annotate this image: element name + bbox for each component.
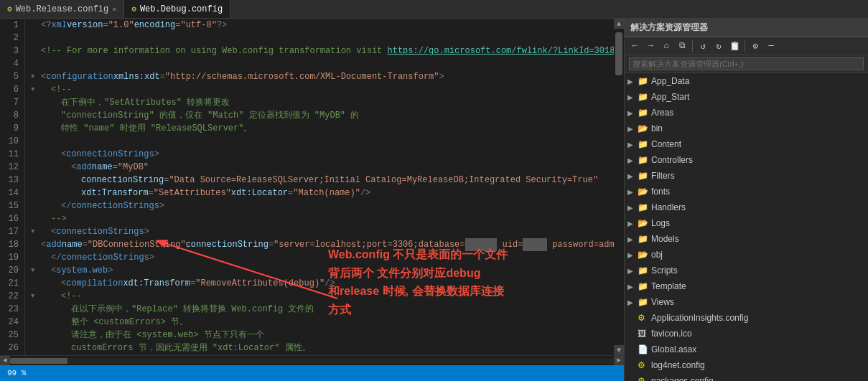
- horizontal-scroll-track[interactable]: [10, 358, 614, 364]
- se-toolbar: ← → ⌂ ⧉ ↺ ↻ 📋 ⚙ —: [625, 37, 868, 55]
- code-line-10: [31, 135, 614, 148]
- tab-release[interactable]: ⚙ Web.Release.config ✕: [0, 0, 124, 18]
- code-line-11: <connectionStrings>: [31, 148, 614, 161]
- solution-explorer: 解决方案资源管理器 ← → ⌂ ⧉ ↺ ↻ 📋 ⚙ — ▶ 📁 App_Data: [624, 19, 868, 381]
- se-item-handlers[interactable]: ▶ 📁 Handlers: [625, 199, 868, 215]
- folder-icon-models: 📁: [638, 234, 649, 244]
- code-line-23: 在以下示例中，"Replace" 转换将替换 Web.config 文件的: [31, 303, 614, 316]
- se-arrow-handlers: ▶: [627, 204, 638, 212]
- se-arrow-logs: ▶: [627, 220, 638, 227]
- tab-release-label: Web.Release.config: [16, 4, 109, 14]
- se-item-content[interactable]: ▶ 📁 Content: [625, 136, 868, 152]
- se-item-models[interactable]: ▶ 📁 Models: [625, 231, 868, 247]
- folder-icon-bin: 📂: [638, 123, 649, 133]
- se-separator-2: [745, 40, 745, 52]
- tab-debug[interactable]: ⚙ Web.Debug.config: [124, 0, 230, 18]
- code-line-13: connectionString="Data Source=ReleaseSQL…: [31, 174, 614, 187]
- se-redo-btn[interactable]: ↻: [711, 39, 726, 53]
- se-item-areas[interactable]: ▶ 📁 Areas: [625, 105, 868, 121]
- scroll-thumb[interactable]: [615, 32, 622, 75]
- se-back-btn[interactable]: ←: [627, 39, 642, 53]
- se-item-views[interactable]: ▶ 📁 Views: [625, 294, 868, 310]
- se-arrow-template: ▶: [627, 283, 638, 291]
- code-line-12: <add name="MyDB": [31, 161, 614, 174]
- code-line-5: ▼ <configuration xmlns:xdt="http://schem…: [31, 70, 614, 83]
- horizontal-scroll-thumb[interactable]: [10, 358, 67, 364]
- se-item-scripts[interactable]: ▶ 📁 Scripts: [625, 263, 868, 278]
- se-arrow-app-data: ▶: [627, 77, 638, 85]
- tab-bar: ⚙ Web.Release.config ✕ ⚙ Web.Debug.confi…: [0, 0, 868, 19]
- folder-icon-handlers: 📁: [638, 202, 649, 212]
- se-arrow-areas: ▶: [627, 109, 638, 117]
- folder-icon-app-start: 📁: [638, 92, 649, 102]
- zoom-level: 99 %: [7, 369, 26, 377]
- fold-6[interactable]: ▼: [31, 83, 41, 96]
- code-line-25: 请注意，由于在 <system.web> 节点下只有一个: [31, 329, 614, 342]
- se-search-bar: [625, 55, 868, 73]
- code-line-21: <compilation xdt:Transform="RemoveAttrib…: [31, 277, 614, 290]
- scroll-down-button[interactable]: ▼: [614, 345, 624, 355]
- se-home-btn[interactable]: ⌂: [659, 39, 673, 53]
- se-arrow-views: ▶: [627, 298, 638, 306]
- se-item-filters[interactable]: ▶ 📁 Filters: [625, 168, 868, 184]
- code-line-22: ▼ <!--: [31, 290, 614, 303]
- se-arrow-models: ▶: [627, 235, 638, 243]
- se-item-template[interactable]: ▶ 📁 Template: [625, 278, 868, 294]
- code-line-26: customErrors 节，因此无需使用 "xdt:Locator" 属性。: [31, 342, 614, 354]
- se-item-log4net[interactable]: ▶ ⚙ log4net.config: [625, 357, 868, 373]
- se-undo-btn[interactable]: ↺: [696, 39, 710, 53]
- se-item-logs[interactable]: ▶ 📂 Logs: [625, 215, 868, 231]
- code-line-24: 整个 <customErrors> 节。: [31, 316, 614, 329]
- folder-icon-controllers: 📁: [638, 155, 649, 165]
- se-forward-btn[interactable]: →: [643, 39, 658, 53]
- se-item-favicon[interactable]: ▶ 🖼 favicon.ico: [625, 326, 868, 342]
- folder-icon-obj: 📂: [638, 250, 649, 260]
- se-item-app-start[interactable]: ▶ 📁 App_Start: [625, 89, 868, 105]
- se-item-obj[interactable]: ▶ 📂 obj: [625, 247, 868, 263]
- se-item-controllers[interactable]: ▶ 📁 Controllers: [625, 152, 868, 168]
- scroll-right-button[interactable]: ►: [614, 356, 624, 366]
- folder-icon-fonts: 📂: [638, 187, 649, 197]
- code-line-16: -->: [31, 212, 614, 225]
- se-settings-btn[interactable]: ⚙: [748, 39, 762, 53]
- folder-icon-areas: 📁: [638, 108, 649, 118]
- code-line-19: </connectionStrings>: [31, 251, 614, 264]
- se-copy-btn[interactable]: 📋: [727, 39, 742, 53]
- scroll-track[interactable]: [614, 29, 624, 345]
- se-sync-btn[interactable]: ⧉: [675, 39, 689, 53]
- se-arrow-filters: ▶: [627, 172, 638, 180]
- code-line-2: [31, 32, 614, 44]
- code-line-15: </connectionStrings>: [31, 199, 614, 212]
- fold-22[interactable]: ▼: [31, 290, 41, 303]
- file-icon-release: ⚙: [7, 4, 12, 14]
- se-item-app-data[interactable]: ▶ 📁 App_Data: [625, 73, 868, 89]
- se-item-global-asax[interactable]: ▶ 📄 Global.asax: [625, 342, 868, 357]
- se-search-input[interactable]: [629, 57, 864, 70]
- fold-17[interactable]: ▼: [31, 225, 41, 238]
- folder-icon-content: 📁: [638, 139, 649, 149]
- file-icon-log4net: ⚙: [638, 360, 649, 370]
- code-line-6: ▼ <!--: [31, 83, 614, 96]
- fold-20[interactable]: ▼: [31, 264, 41, 277]
- se-arrow-fonts: ▶: [627, 188, 638, 196]
- se-item-fonts[interactable]: ▶ 📂 fonts: [625, 184, 868, 199]
- code-line-7: 在下例中，"SetAttributes" 转换将更改: [31, 96, 614, 109]
- code-editor[interactable]: <?xml version="1.0" encoding="utf-8"?> <…: [25, 19, 614, 355]
- se-collapse-btn[interactable]: —: [764, 39, 778, 53]
- scroll-up-button[interactable]: ▲: [614, 19, 624, 29]
- se-item-appinsights[interactable]: ▶ ⚙ ApplicationInsights.config: [625, 310, 868, 326]
- scroll-left-button[interactable]: ◄: [0, 356, 10, 366]
- se-item-bin[interactable]: ▶ 📂 bin: [625, 121, 868, 136]
- code-line-8: "connectionString" 的值，仅在 "Match" 定位器找到值为…: [31, 109, 614, 122]
- folder-icon-views: 📁: [638, 297, 649, 307]
- fold-5[interactable]: ▼: [31, 70, 41, 83]
- se-tree: ▶ 📁 App_Data ▶ 📁 App_Start ▶ 📁 Areas ▶ 📂…: [625, 73, 868, 381]
- se-arrow-bin: ▶: [627, 125, 638, 133]
- code-line-14: xdt:Transform="SetAttributes" xdt:Locato…: [31, 187, 614, 199]
- code-line-9: 特性 "name" 时使用 "ReleaseSQLServer"。: [31, 122, 614, 135]
- se-arrow-obj: ▶: [627, 251, 638, 259]
- code-line-4: [31, 57, 614, 70]
- solution-explorer-header: 解决方案资源管理器: [625, 19, 868, 37]
- tab-release-close[interactable]: ✕: [112, 5, 116, 14]
- se-item-packages[interactable]: ▶ ⚙ packages.config: [625, 373, 868, 381]
